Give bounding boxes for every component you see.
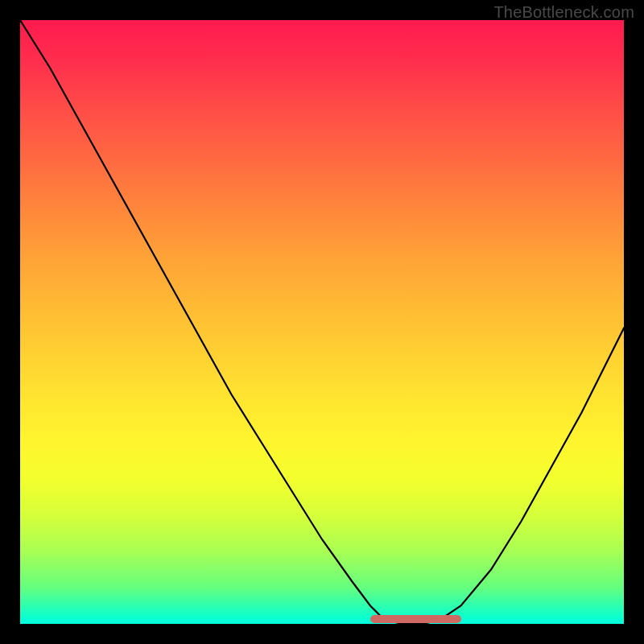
bottleneck-curve (20, 20, 624, 624)
plot-area (20, 20, 624, 624)
watermark-text: TheBottleneck.com (493, 3, 634, 22)
optimal-range-band (370, 615, 461, 623)
